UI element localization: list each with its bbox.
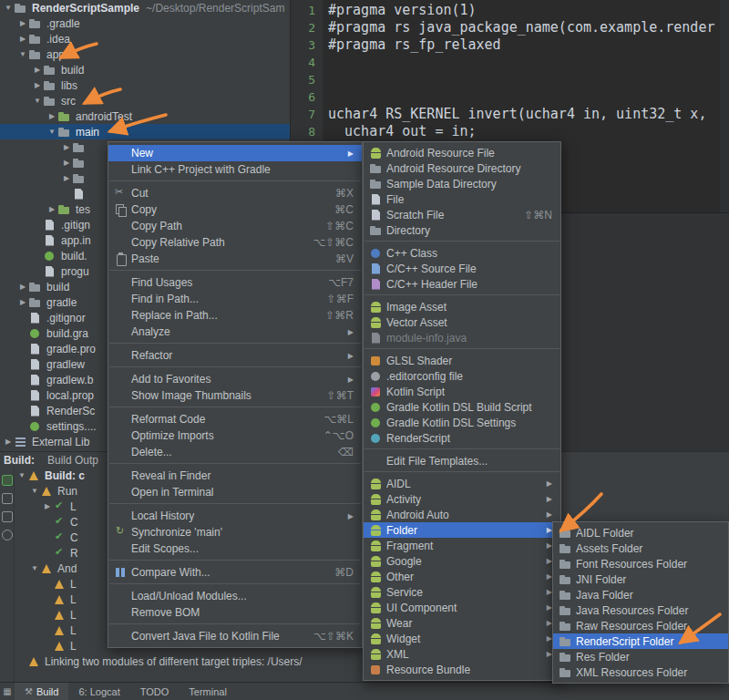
menu-item-c-c-header-file[interactable]: C/C++ Header File — [364, 276, 560, 292]
menu-item-optimize-imports[interactable]: Optimize Imports⌃⌥O — [108, 427, 362, 444]
menu-item-sample-data-directory[interactable]: Sample Data Directory — [364, 176, 560, 191]
menu-item-renderscript-folder[interactable]: RenderScript Folder — [553, 633, 728, 649]
menu-item-module-info-java[interactable]: module-info.java — [364, 330, 560, 345]
menu-item-paste[interactable]: Paste⌘V — [108, 251, 362, 267]
tree-item-libs[interactable]: ▶libs — [0, 77, 290, 93]
menu-item-wear[interactable]: Wear▶ — [364, 615, 560, 631]
menu-item-c-c-source-file[interactable]: C/C++ Source File — [364, 261, 560, 276]
menu-item-service[interactable]: Service▶ — [364, 584, 560, 600]
statusbar-tab-build[interactable]: ⚒Build — [15, 683, 68, 700]
build-output-tab[interactable]: Build Outp — [42, 454, 104, 467]
statusbar-tab-label: Build — [36, 686, 58, 697]
menu-item-copy[interactable]: Copy⌘C — [108, 201, 362, 218]
menu-item-gradle-kotlin-dsl-settings[interactable]: Gradle Kotlin DSL Settings — [364, 415, 560, 430]
menu-item-activity[interactable]: Activity▶ — [364, 491, 560, 507]
gradle-file-icon — [28, 420, 42, 433]
menu-item-other[interactable]: Other▶ — [364, 569, 560, 584]
menu-item-synchronize-main[interactable]: Synchronize 'main' — [108, 524, 362, 540]
tree-item-main[interactable]: ▼main — [0, 124, 290, 139]
menu-item-aidl-folder[interactable]: AIDL Folder — [553, 525, 728, 540]
menu-item-raw-resources-folder[interactable]: Raw Resources Folder — [553, 618, 728, 633]
menu-item-assets-folder[interactable]: Assets Folder — [553, 540, 728, 556]
menu-item-renderscript[interactable]: RenderScript — [364, 430, 560, 446]
tree-item-build[interactable]: ▶build — [0, 62, 290, 77]
blank-icon — [114, 293, 128, 305]
menu-item-scratch-file[interactable]: Scratch File⇧⌘N — [364, 207, 560, 222]
menu-item-new[interactable]: New▶ — [108, 145, 362, 161]
menu-item-edit-scopes[interactable]: Edit Scopes... — [108, 540, 362, 557]
build-rerun-icon[interactable] — [2, 475, 13, 486]
tree-item-gradle[interactable]: ▶.gradle — [0, 15, 290, 31]
menu-item-link-c-project-with-gradle[interactable]: Link C++ Project with Gradle — [108, 161, 362, 178]
build-row-label: Run — [57, 485, 77, 498]
menu-item-label: Remove BOM — [131, 606, 354, 619]
menu-item-glsl-shader[interactable]: GLSL Shader — [364, 353, 560, 368]
menu-item-open-in-terminal[interactable]: Open in Terminal — [108, 484, 362, 500]
menu-item-add-to-favorites[interactable]: Add to Favorites▶ — [108, 371, 362, 387]
menu-item-xml-resources-folder[interactable]: XML Resources Folder — [553, 664, 728, 680]
statusbar-tab-terminal[interactable]: Terminal — [179, 683, 237, 700]
cut-icon — [114, 187, 128, 200]
menu-item-copy-path[interactable]: Copy Path⇧⌘C — [108, 218, 362, 234]
menu-item-res-folder[interactable]: Res Folder — [553, 649, 728, 664]
tree-item-renderscriptsample[interactable]: ▼RenderScriptSample~/Desktop/RenderScrip… — [0, 0, 290, 15]
menu-item-reformat-code[interactable]: Reformat Code⌥⌘L — [108, 411, 362, 427]
menu-item-kotlin-script[interactable]: Kotlin Script — [364, 384, 560, 399]
menu-item-folder[interactable]: Folder▶ — [364, 522, 560, 538]
statusbar-tab-6-logcat[interactable]: 6: Logcat — [68, 683, 129, 700]
menu-item-find-usages[interactable]: Find Usages⌥F7 — [108, 274, 362, 291]
menu-item-file[interactable]: File — [364, 191, 560, 207]
menu-item-analyze[interactable]: Analyze▶ — [108, 324, 362, 340]
build-expand-icon[interactable] — [2, 511, 13, 522]
menu-item-label: Analyze — [131, 325, 341, 338]
build-pin-icon[interactable] — [2, 530, 13, 540]
menu-item-font-resources-folder[interactable]: Font Resources Folder — [553, 556, 728, 571]
menu-item-vector-asset[interactable]: Vector Asset — [364, 314, 560, 330]
menu-item-load-unload-modules[interactable]: Load/Unload Modules... — [108, 588, 362, 604]
menu-item-java-resources-folder[interactable]: Java Resources Folder — [553, 602, 728, 618]
chevron-open-icon: ▼ — [16, 471, 27, 479]
menu-item-replace-in-path[interactable]: Replace in Path...⇧⌘R — [108, 307, 362, 324]
menu-item-ui-component[interactable]: UI Component▶ — [364, 600, 560, 615]
menu-item-google[interactable]: Google▶ — [364, 553, 560, 569]
menu-item-find-in-path[interactable]: Find in Path...⇧⌘F — [108, 291, 362, 307]
menu-item-cut[interactable]: Cut⌘X — [108, 185, 362, 201]
menu-item-image-asset[interactable]: Image Asset — [364, 299, 560, 314]
tree-item-androidtest[interactable]: ▶androidTest — [0, 108, 290, 124]
menu-item-gradle-kotlin-dsl-build-script[interactable]: Gradle Kotlin DSL Build Script — [364, 399, 560, 415]
menu-item-c-class[interactable]: C++ Class — [364, 245, 560, 261]
menu-item-aidl[interactable]: AIDL▶ — [364, 476, 560, 491]
menu-item-xml[interactable]: XML▶ — [364, 646, 560, 662]
menu-item-directory[interactable]: Directory — [364, 222, 560, 238]
menu-item-android-resource-file[interactable]: Android Resource File — [364, 145, 560, 160]
menu-item-editorconfig-file[interactable]: .editorconfig file — [364, 368, 560, 384]
menu-item-reveal-in-finder[interactable]: Reveal in Finder — [108, 468, 362, 484]
tree-item-src[interactable]: ▼src — [0, 93, 290, 108]
menu-item-copy-relative-path[interactable]: Copy Relative Path⌥⇧⌘C — [108, 234, 362, 251]
menu-item-compare-with[interactable]: Compare With...⌘D — [108, 564, 362, 581]
android-studio-window: ▼RenderScriptSample~/Desktop/RenderScrip… — [0, 0, 729, 700]
menu-item-jni-folder[interactable]: JNI Folder — [553, 571, 728, 587]
menu-item-refactor[interactable]: Refactor▶ — [108, 347, 362, 364]
menu-item-android-resource-directory[interactable]: Android Resource Directory — [364, 160, 560, 176]
build-filter-icon[interactable] — [2, 493, 13, 504]
menu-item-edit-file-templates[interactable]: Edit File Templates... — [364, 453, 560, 468]
window-toggle-icon[interactable]: ▦ — [0, 686, 15, 696]
menu-item-android-auto[interactable]: Android Auto▶ — [364, 507, 560, 522]
statusbar-tab-todo[interactable]: TODO — [130, 683, 180, 700]
editor-scrollbar[interactable] — [720, 0, 729, 212]
menu-item-delete[interactable]: Delete...⌫ — [108, 444, 362, 460]
menu-item-show-image-thumbnails[interactable]: Show Image Thumbnails⇧⌘T — [108, 387, 362, 404]
statusbar-tab-label: 6: Logcat — [78, 686, 119, 697]
menu-item-widget[interactable]: Widget▶ — [364, 631, 560, 646]
folder-icon — [28, 33, 42, 46]
menu-item-label: C++ Class — [386, 247, 552, 260]
tree-item-idea[interactable]: ▶.idea — [0, 31, 290, 46]
menu-item-convert-java-file-to-kotlin-file[interactable]: Convert Java File to Kotlin File⌥⇧⌘K — [108, 628, 362, 644]
tree-item-app[interactable]: ▼app — [0, 46, 290, 62]
menu-item-local-history[interactable]: Local History▶ — [108, 508, 362, 524]
menu-item-fragment[interactable]: Fragment▶ — [364, 538, 560, 553]
menu-item-resource-bundle[interactable]: Resource Bundle — [364, 662, 560, 677]
menu-item-java-folder[interactable]: Java Folder — [553, 587, 728, 602]
menu-item-remove-bom[interactable]: Remove BOM — [108, 604, 362, 621]
